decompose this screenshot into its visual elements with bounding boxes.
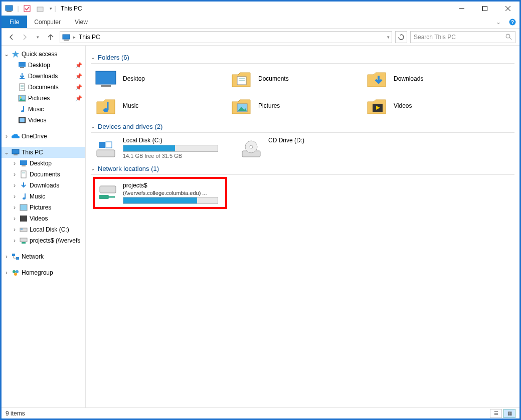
details-view-button[interactable]: ☰: [490, 409, 502, 418]
tree-label: Downloads: [30, 182, 59, 189]
new-folder-icon[interactable]: [35, 3, 46, 14]
recent-dropdown-icon[interactable]: ▾: [32, 31, 44, 43]
expander-icon[interactable]: ›: [12, 204, 18, 211]
tab-view[interactable]: View: [68, 16, 95, 28]
folder-music[interactable]: Music: [95, 95, 220, 117]
tree-label: projects$ (\\vervefs: [30, 237, 80, 244]
forward-button[interactable]: [19, 31, 31, 43]
refresh-button[interactable]: [395, 31, 407, 43]
svg-rect-27: [19, 117, 20, 123]
network-drive-label: projects$: [123, 182, 218, 189]
pin-icon: 📌: [75, 62, 82, 69]
address-bar[interactable]: ▸ This PC ▾: [60, 31, 392, 43]
expander-icon[interactable]: ⌄: [4, 149, 10, 156]
network-drive-icon: [98, 182, 118, 202]
tree-pc-documents[interactable]: ›Documents: [2, 169, 85, 180]
folder-videos[interactable]: Videos: [366, 95, 491, 117]
maximize-button[interactable]: [473, 2, 496, 16]
expander-icon[interactable]: ›: [12, 226, 18, 233]
tree-this-pc[interactable]: ⌄This PC: [2, 147, 85, 158]
chevron-down-icon: ⌄: [91, 166, 95, 171]
svg-rect-41: [22, 242, 26, 244]
svg-point-54: [103, 108, 108, 112]
documents-icon: [19, 170, 28, 179]
section-title: Folders (6): [98, 54, 129, 61]
homegroup-icon: [11, 268, 20, 277]
tree-homegroup[interactable]: ›Homegroup: [2, 267, 85, 278]
address-dropdown-icon[interactable]: ▾: [387, 35, 390, 40]
back-button[interactable]: [6, 31, 18, 43]
ribbon-expand-icon[interactable]: ⌄: [491, 16, 505, 28]
tree-onedrive[interactable]: ›OneDrive: [2, 131, 85, 142]
close-button[interactable]: [496, 2, 519, 16]
expander-icon[interactable]: ⌄: [4, 51, 10, 58]
svg-rect-26: [20, 118, 25, 122]
svg-rect-11: [64, 40, 69, 41]
tree-network[interactable]: ›Network: [2, 251, 85, 262]
section-drives-header[interactable]: ⌄Devices and drives (2): [91, 122, 514, 133]
tree-documents[interactable]: Documents📌: [2, 82, 85, 93]
expander-icon[interactable]: ›: [4, 253, 10, 260]
tree-pc-music[interactable]: ›Music: [2, 191, 85, 202]
svg-rect-32: [22, 165, 26, 166]
expander-icon[interactable]: ›: [12, 160, 18, 167]
minimize-button[interactable]: [450, 2, 473, 16]
tree-pc-localdisk[interactable]: ›Local Disk (C:): [2, 224, 85, 235]
tiles-view-button[interactable]: ▦: [503, 409, 515, 418]
section-folders-header[interactable]: ⌄Folders (6): [91, 53, 514, 64]
downloads-icon: [18, 72, 27, 81]
svg-rect-42: [12, 254, 15, 256]
expander-icon[interactable]: ›: [12, 171, 18, 178]
address-crumb[interactable]: This PC: [79, 34, 100, 41]
tree-label: Music: [28, 106, 44, 113]
tree-music[interactable]: Music: [2, 104, 85, 115]
search-box[interactable]: [410, 31, 515, 43]
tab-computer[interactable]: Computer: [27, 16, 68, 28]
expander-icon[interactable]: ›: [4, 133, 10, 140]
folder-desktop[interactable]: Desktop: [95, 68, 220, 90]
tree-pc-networkdrive[interactable]: ›projects$ (\\vervefs: [2, 235, 85, 246]
folder-documents[interactable]: Documents: [230, 68, 356, 90]
folder-label: Desktop: [123, 75, 145, 82]
expander-icon[interactable]: ›: [12, 215, 18, 222]
tree-pc-pictures[interactable]: ›Pictures: [2, 202, 85, 213]
svg-point-46: [13, 270, 16, 273]
qat-dropdown-icon[interactable]: ▾: [48, 3, 54, 14]
tree-quick-access[interactable]: ⌄ Quick access: [2, 49, 85, 60]
svg-rect-18: [20, 84, 25, 91]
expander-icon[interactable]: ›: [12, 182, 18, 189]
properties-icon[interactable]: [22, 3, 33, 14]
folder-label: Documents: [258, 75, 289, 82]
network-drive-projects[interactable]: projects$ (\\vervefs.college.columbia.ed…: [98, 182, 222, 204]
svg-rect-28: [25, 117, 26, 123]
folder-downloads[interactable]: Downloads: [366, 68, 491, 90]
tree-desktop[interactable]: Desktop📌: [2, 60, 85, 71]
svg-rect-2: [24, 6, 30, 12]
network-drive-sublabel: (\\vervefs.college.columbia.edu) ...: [123, 190, 218, 196]
tree-label: Documents: [30, 171, 60, 178]
expander-icon[interactable]: ›: [12, 193, 18, 200]
up-button[interactable]: [45, 31, 57, 43]
videos-icon: [19, 214, 28, 223]
tree-pc-downloads[interactable]: ›Downloads: [2, 180, 85, 191]
tree-downloads[interactable]: Downloads📌: [2, 71, 85, 82]
address-chevron-icon[interactable]: ▸: [73, 35, 76, 40]
folder-pictures[interactable]: Pictures: [230, 95, 356, 117]
pin-icon: 📌: [75, 95, 82, 102]
search-icon[interactable]: [505, 34, 512, 40]
expander-icon[interactable]: ›: [12, 237, 18, 244]
tree-pictures[interactable]: Pictures📌: [2, 93, 85, 104]
tree-videos[interactable]: Videos: [2, 115, 85, 126]
address-icon: [62, 34, 70, 41]
tree-pc-desktop[interactable]: ›Desktop: [2, 158, 85, 169]
tree-label: Desktop: [28, 62, 50, 69]
system-icon[interactable]: [4, 3, 15, 14]
file-tab[interactable]: File: [2, 16, 27, 28]
drive-local-c[interactable]: Local Disk (C:) 14.1 GB free of 31.5 GB: [95, 137, 225, 159]
expander-icon[interactable]: ›: [4, 269, 10, 276]
tree-pc-videos[interactable]: ›Videos: [2, 213, 85, 224]
drive-cd-d[interactable]: CD Drive (D:): [240, 137, 371, 159]
search-input[interactable]: [414, 34, 505, 41]
help-icon[interactable]: ?: [505, 16, 519, 28]
section-network-header[interactable]: ⌄Network locations (1): [91, 164, 514, 175]
